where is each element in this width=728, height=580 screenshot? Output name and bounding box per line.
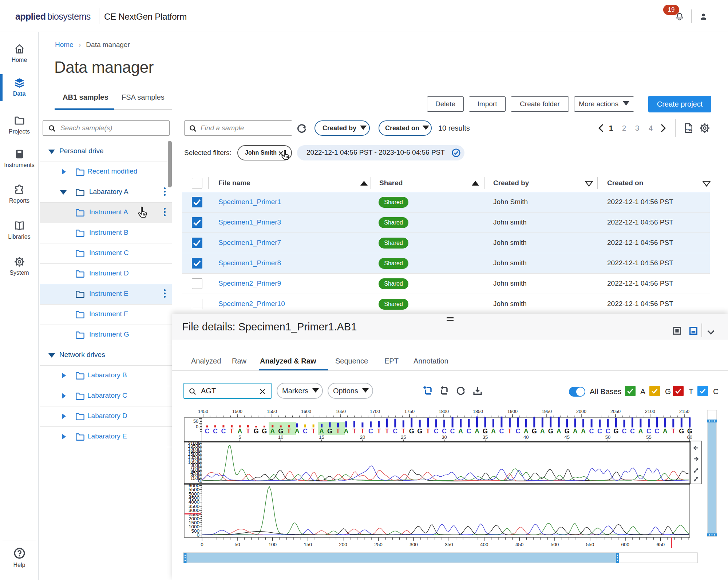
svg-text:C: C bbox=[434, 428, 439, 435]
svg-text:40: 40 bbox=[523, 434, 529, 440]
svg-text:T: T bbox=[336, 428, 340, 435]
svg-text:55: 55 bbox=[646, 434, 651, 440]
svg-text:G: G bbox=[327, 428, 332, 435]
svg-text:C: C bbox=[205, 428, 210, 435]
svg-text:1650: 1650 bbox=[336, 409, 346, 414]
svg-text:A: A bbox=[663, 428, 668, 435]
svg-text:2150: 2150 bbox=[679, 409, 689, 414]
svg-text:G: G bbox=[262, 428, 267, 435]
svg-text:G: G bbox=[254, 428, 259, 435]
svg-text:T: T bbox=[671, 428, 675, 435]
svg-text:1450: 1450 bbox=[198, 409, 208, 414]
svg-text:T: T bbox=[508, 428, 512, 435]
svg-text:A: A bbox=[237, 428, 242, 435]
svg-text:15: 15 bbox=[319, 434, 324, 440]
svg-text:T: T bbox=[287, 428, 291, 435]
svg-text:A: A bbox=[270, 428, 275, 435]
svg-text:G: G bbox=[687, 428, 692, 435]
svg-text:A: A bbox=[524, 428, 529, 435]
svg-text:50: 50 bbox=[605, 434, 610, 440]
svg-text:50: 50 bbox=[193, 419, 198, 424]
svg-text:A: A bbox=[458, 428, 463, 435]
svg-text:T: T bbox=[385, 428, 389, 435]
svg-text:G: G bbox=[483, 428, 488, 435]
svg-text:C: C bbox=[622, 428, 627, 435]
svg-text:T: T bbox=[401, 428, 405, 435]
svg-text:150: 150 bbox=[304, 542, 312, 547]
svg-text:C: C bbox=[368, 428, 373, 435]
svg-text:1850: 1850 bbox=[473, 409, 483, 414]
svg-text:1550: 1550 bbox=[267, 409, 277, 414]
svg-text:T: T bbox=[230, 428, 234, 435]
svg-text:400: 400 bbox=[480, 542, 488, 547]
svg-text:G: G bbox=[565, 428, 570, 435]
svg-text:2050: 2050 bbox=[610, 409, 621, 414]
svg-text:0: 0 bbox=[196, 424, 198, 429]
svg-text:A: A bbox=[295, 428, 300, 435]
svg-text:1900: 1900 bbox=[507, 409, 518, 414]
svg-text:G: G bbox=[548, 428, 553, 435]
svg-text:A: A bbox=[638, 428, 643, 435]
svg-text:650: 650 bbox=[656, 542, 665, 547]
svg-text:A: A bbox=[581, 428, 586, 435]
svg-text:A: A bbox=[491, 428, 496, 435]
svg-text:C: C bbox=[589, 428, 594, 435]
svg-text:450: 450 bbox=[515, 542, 524, 547]
svg-text:G: G bbox=[613, 428, 618, 435]
svg-text:35: 35 bbox=[483, 434, 488, 440]
svg-text:G: G bbox=[278, 428, 283, 435]
svg-text:C: C bbox=[515, 428, 520, 435]
svg-text:T: T bbox=[246, 428, 250, 435]
svg-text:C: C bbox=[646, 428, 651, 435]
svg-text:G: G bbox=[679, 428, 684, 435]
svg-text:C: C bbox=[630, 428, 635, 435]
svg-text:550: 550 bbox=[586, 542, 594, 547]
svg-text:1750: 1750 bbox=[404, 409, 415, 414]
svg-text:1800: 1800 bbox=[439, 409, 449, 414]
svg-text:500: 500 bbox=[551, 542, 559, 547]
svg-text:25: 25 bbox=[401, 434, 406, 440]
svg-text:2100: 2100 bbox=[645, 409, 655, 414]
svg-text:C: C bbox=[467, 428, 471, 435]
svg-text:1700: 1700 bbox=[370, 409, 380, 414]
svg-text:T: T bbox=[352, 428, 356, 435]
svg-text:60: 60 bbox=[687, 434, 692, 440]
svg-text:C: C bbox=[442, 428, 447, 435]
svg-text:1950: 1950 bbox=[542, 409, 552, 414]
svg-text:0: 0 bbox=[197, 532, 199, 538]
svg-text:2000: 2000 bbox=[576, 409, 586, 414]
svg-text:A: A bbox=[557, 428, 561, 435]
svg-text:A: A bbox=[540, 428, 545, 435]
svg-text:A: A bbox=[475, 428, 479, 435]
svg-text:200: 200 bbox=[339, 542, 347, 547]
svg-text:C: C bbox=[606, 428, 610, 435]
svg-text:C: C bbox=[221, 428, 226, 435]
svg-text:G: G bbox=[532, 428, 537, 435]
svg-text:1600: 1600 bbox=[301, 409, 311, 414]
svg-text:G: G bbox=[417, 428, 422, 435]
svg-text:50: 50 bbox=[234, 542, 240, 547]
svg-text:C: C bbox=[654, 428, 659, 435]
svg-text:T: T bbox=[312, 428, 316, 435]
svg-text:C: C bbox=[499, 428, 504, 435]
svg-text:300: 300 bbox=[410, 542, 418, 547]
svg-text:C: C bbox=[597, 428, 602, 435]
svg-text:1500: 1500 bbox=[232, 409, 242, 414]
svg-text:T: T bbox=[377, 428, 381, 435]
svg-text:10: 10 bbox=[278, 434, 283, 440]
svg-text:A: A bbox=[573, 428, 578, 435]
svg-text:5: 5 bbox=[238, 434, 241, 440]
svg-text:20: 20 bbox=[360, 434, 365, 440]
svg-text:C: C bbox=[213, 428, 218, 435]
svg-text:30: 30 bbox=[442, 434, 447, 440]
svg-text:100: 100 bbox=[269, 542, 277, 547]
svg-text:C: C bbox=[303, 428, 308, 435]
svg-text:T: T bbox=[426, 428, 430, 435]
svg-text:G: G bbox=[409, 428, 414, 435]
svg-text:350: 350 bbox=[445, 542, 453, 547]
svg-text:C: C bbox=[450, 428, 455, 435]
svg-text:0: 0 bbox=[201, 542, 203, 547]
svg-text:T: T bbox=[360, 428, 364, 435]
svg-text:C: C bbox=[393, 428, 397, 435]
svg-text:A: A bbox=[344, 428, 349, 435]
